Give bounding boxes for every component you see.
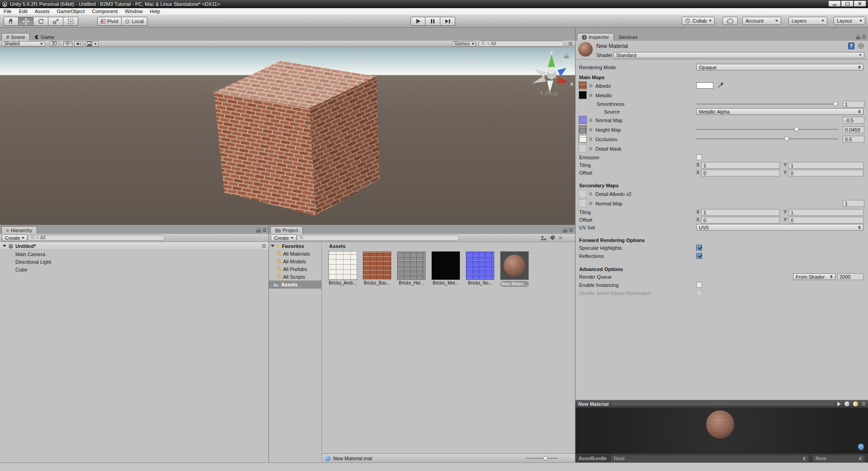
layout-dropdown[interactable]: Layout [834, 17, 865, 25]
hierarchy-create-button[interactable]: Create [2, 234, 28, 241]
preview-menu-icon[interactable] [862, 402, 865, 406]
secondary-tiling-y-field[interactable]: 1 [788, 209, 863, 216]
secondary-normal-texture-slot[interactable] [579, 199, 587, 207]
disclosure-triangle-icon[interactable] [3, 245, 6, 247]
asset-tile-bricks-normal[interactable]: Bricks_No... [464, 251, 496, 286]
secondary-normal-value-field[interactable]: 1 [843, 200, 864, 207]
assetbundle-dropdown[interactable]: None [611, 456, 808, 461]
render-queue-dropdown[interactable]: From Shader [793, 273, 835, 280]
globe-icon[interactable] [858, 443, 864, 450]
hand-tool-button[interactable] [4, 17, 19, 26]
assetbundle-variant-dropdown[interactable]: None [813, 456, 864, 461]
hierarchy-search-input[interactable]: All [28, 235, 165, 241]
shader-dropdown[interactable]: Standard [613, 52, 864, 58]
hierarchy-item-directional-light[interactable]: Directional Light [0, 258, 269, 266]
occlusion-texture-slot[interactable] [579, 135, 587, 143]
preview-play-icon[interactable] [837, 402, 841, 406]
disclosure-triangle-icon[interactable] [271, 245, 274, 247]
slider-thumb[interactable] [833, 101, 838, 106]
slider-thumb[interactable] [543, 456, 548, 461]
step-button[interactable] [440, 17, 455, 26]
tab-hierarchy[interactable]: ≡ Hierarchy [1, 226, 37, 234]
albedo-color-swatch[interactable] [696, 82, 713, 89]
project-pane-menu-icon[interactable] [569, 228, 573, 232]
lock-icon[interactable] [856, 34, 860, 39]
enable-instancing-checkbox[interactable] [696, 282, 702, 288]
scene-effects-dropdown[interactable] [85, 41, 99, 47]
scene-audio-toggle[interactable] [74, 41, 83, 47]
slider-thumb[interactable] [794, 127, 799, 132]
menu-gameobject[interactable]: GameObject [53, 8, 89, 14]
tab-scene[interactable]: # Scene [1, 33, 30, 41]
menu-help[interactable]: Help [146, 8, 164, 14]
tab-inspector[interactable]: Inspector [577, 33, 614, 41]
gizmo-y-axis-cone[interactable] [548, 54, 555, 67]
tab-game[interactable]: Game [30, 33, 59, 41]
normal-map-texture-slot[interactable] [579, 116, 587, 124]
minimize-button[interactable] [828, 0, 841, 7]
detail-albedo-texture-slot[interactable] [579, 190, 587, 198]
normal-map-value-field[interactable]: -0.5 [843, 117, 864, 124]
inspector-pane-menu-icon[interactable] [862, 35, 866, 39]
help-icon[interactable]: ? [848, 43, 854, 49]
render-queue-value-field[interactable]: 2000 [837, 273, 863, 280]
preview-sphere-toggle-icon[interactable] [844, 401, 849, 406]
preview-drag-handle[interactable] [612, 403, 834, 405]
texture-picker-icon[interactable] [589, 138, 592, 141]
texture-picker-icon[interactable] [589, 202, 592, 205]
favorites-star-icon[interactable]: ★ [558, 235, 563, 241]
play-button[interactable] [410, 17, 425, 26]
main-tiling-x-field[interactable]: 1 [701, 162, 780, 169]
account-dropdown[interactable]: Account [742, 17, 781, 25]
height-map-slider[interactable] [696, 126, 838, 132]
tab-project[interactable]: Project [270, 226, 303, 234]
layers-dropdown[interactable]: Layers [788, 17, 827, 25]
2d-toggle-button[interactable]: 2D [50, 41, 59, 47]
scene-viewport[interactable]: y z x Persp [0, 47, 575, 225]
thumbnail-size-slider[interactable] [525, 458, 558, 459]
occlusion-slider[interactable] [696, 136, 838, 142]
menu-edit[interactable]: Edit [15, 8, 31, 14]
asset-tile-new-material[interactable]: New Materi... [498, 251, 531, 287]
local-toggle-button[interactable]: Local [122, 17, 147, 26]
asset-tile-bricks-height[interactable]: Bricks_Hei... [395, 251, 428, 286]
material-preview-header[interactable]: New Material [576, 400, 868, 408]
texture-picker-icon[interactable] [589, 147, 592, 150]
texture-picker-icon[interactable] [589, 84, 592, 87]
gizmos-dropdown[interactable]: Gizmos [452, 41, 476, 47]
favorites-root-row[interactable]: ★ Favorites [269, 242, 321, 250]
rect-tool-button[interactable] [63, 17, 78, 26]
menu-window[interactable]: Window [121, 8, 146, 14]
close-button[interactable] [854, 0, 866, 7]
folder-assets-selected[interactable]: Assets [269, 281, 321, 289]
filter-all-scripts[interactable]: All Scripts [269, 273, 321, 281]
smoothness-slider[interactable] [696, 101, 838, 107]
gizmo-z-axis-cone[interactable] [557, 68, 566, 76]
smoothness-value-field[interactable]: 1 [843, 101, 864, 108]
reflections-checkbox[interactable] [696, 253, 702, 259]
secondary-offset-x-field[interactable]: 0 [701, 217, 780, 224]
shading-mode-dropdown[interactable]: Shaded [2, 41, 45, 47]
asset-tile-bricks-amb[interactable]: Bricks_Amb... [326, 251, 359, 286]
search-by-label-icon[interactable] [549, 235, 555, 241]
secondary-offset-y-field[interactable]: 0 [788, 217, 863, 224]
texture-picker-icon[interactable] [589, 94, 592, 97]
projection-toggle[interactable]: Persp [541, 90, 558, 96]
gear-icon[interactable] [858, 43, 864, 49]
move-tool-button[interactable] [19, 17, 33, 26]
main-offset-y-field[interactable]: 0 [788, 170, 863, 176]
secondary-tiling-x-field[interactable]: 1 [701, 209, 780, 216]
scene-root-row[interactable]: Untitled* [0, 242, 269, 250]
inspector-splitter[interactable] [575, 28, 576, 462]
specular-highlights-checkbox[interactable] [696, 245, 702, 251]
slider-thumb[interactable] [784, 136, 789, 141]
scene-search-input[interactable]: All [478, 41, 564, 47]
pivot-toggle-button[interactable]: Pivot [97, 17, 122, 26]
hierarchy-pane-menu-icon[interactable] [263, 228, 266, 232]
eyedropper-icon[interactable] [717, 82, 724, 88]
metallic-texture-slot[interactable] [579, 91, 587, 99]
gizmo-x-axis-cone[interactable] [557, 77, 568, 84]
maximize-button[interactable] [841, 0, 854, 7]
filter-all-materials[interactable]: All Materials [269, 250, 321, 257]
project-search-input[interactable] [297, 235, 459, 241]
